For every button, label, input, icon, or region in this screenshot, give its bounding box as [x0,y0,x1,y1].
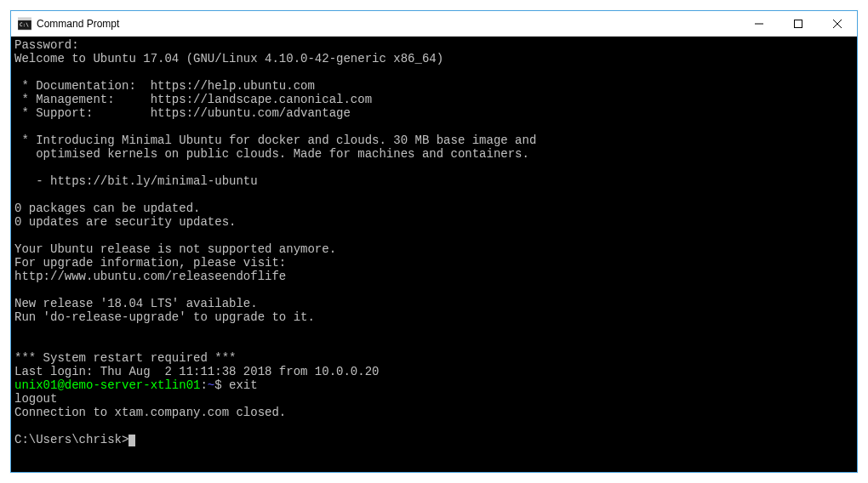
terminal-line: Run 'do-release-upgrade' to upgrade to i… [14,310,315,324]
terminal-line: Last login: Thu Aug 2 11:11:38 2018 from… [14,365,379,378]
terminal-line: http://www.ubuntu.com/releaseendoflife [14,270,286,283]
terminal-line: Welcome to Ubuntu 17.04 (GNU/Linux 4.10.… [14,52,443,65]
terminal-line: New release '18.04 LTS' available. [14,297,258,310]
ssh-prompt-user: unix01@demo-server-xtlin01 [14,378,200,392]
cmd-icon: C:\ [18,17,31,31]
terminal-line: Password: [14,38,79,52]
ssh-command: exit [229,378,258,392]
command-prompt-window: C:\ Command Prompt Password: Welcome to … [10,10,858,473]
terminal-line: Your Ubuntu release is not supported any… [14,242,336,256]
svg-rect-1 [18,18,31,20]
terminal-output[interactable]: Password: Welcome to Ubuntu 17.04 (GNU/L… [11,37,857,472]
terminal-line: optimised kernels on public clouds. Made… [14,147,529,161]
terminal-line: * Management: https://landscape.canonica… [14,93,372,106]
svg-rect-4 [795,20,802,27]
maximize-button[interactable] [779,11,818,36]
svg-text:C:\: C:\ [20,21,29,27]
terminal-line: *** System restart required *** [14,351,236,365]
ssh-prompt-path: ~ [208,378,214,392]
window-title: Command Prompt [37,18,119,30]
terminal-line: For upgrade information, please visit: [14,256,286,270]
cursor [128,435,135,446]
terminal-line: 0 packages can be updated. [14,202,200,215]
local-prompt: C:\Users\chrisk> [14,433,128,446]
minimize-button[interactable] [740,11,779,36]
terminal-line: * Documentation: https://help.ubuntu.com [14,79,315,93]
ssh-prompt-dollar: $ [214,378,229,392]
terminal-line: logout [14,392,57,406]
terminal-line: * Introducing Minimal Ubuntu for docker … [14,134,536,147]
terminal-line: - https://bit.ly/minimal-ubuntu [14,174,258,188]
titlebar: C:\ Command Prompt [11,11,857,37]
ssh-prompt-colon: : [200,378,207,392]
terminal-line: 0 updates are security updates. [14,215,236,229]
terminal-line: Connection to xtam.company.com closed. [14,406,286,419]
close-button[interactable] [818,11,857,36]
window-controls [740,11,857,36]
terminal-line: * Support: https://ubuntu.com/advantage [14,106,351,120]
